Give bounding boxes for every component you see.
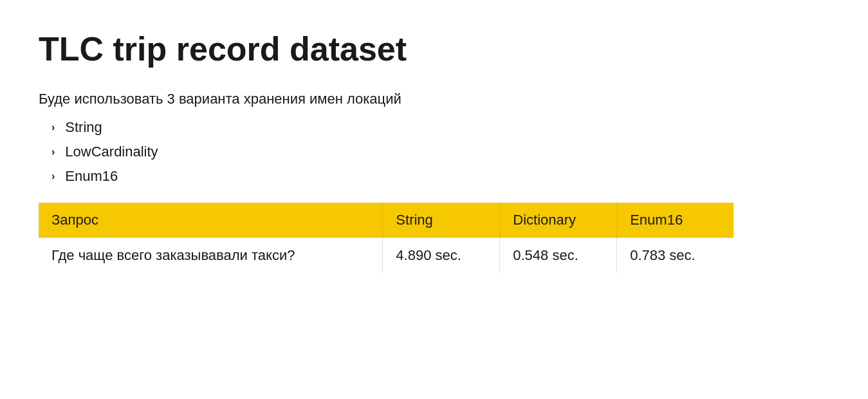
cell-dictionary: 0.548 sec.	[500, 238, 617, 274]
col-header-enum16: Enum16	[617, 203, 734, 238]
list-item-label: String	[65, 119, 102, 136]
list-item: › Enum16	[51, 168, 734, 185]
table-header-row: Запрос String Dictionary Enum16	[39, 203, 734, 238]
chevron-icon: ›	[51, 122, 55, 133]
cell-enum16: 0.783 sec.	[617, 238, 734, 274]
list-item-label: LowCardinality	[65, 144, 158, 160]
chevron-icon: ›	[51, 146, 55, 158]
list-item-label: Enum16	[65, 168, 118, 185]
cell-string: 4.890 sec.	[383, 238, 500, 274]
cell-query: Где чаще всего заказывавали такси?	[39, 238, 383, 274]
subtitle-text: Буде использовать 3 варианта хранения им…	[39, 91, 734, 107]
table-row: Где чаще всего заказывавали такси? 4.890…	[39, 238, 734, 274]
list-item: › String	[51, 119, 734, 136]
col-header-string: String	[383, 203, 500, 238]
col-header-dictionary: Dictionary	[500, 203, 617, 238]
main-container: TLC trip record dataset Буде использоват…	[0, 0, 772, 304]
comparison-table: Запрос String Dictionary Enum16 Где чаще…	[39, 203, 734, 273]
storage-types-list: › String › LowCardinality › Enum16	[51, 119, 734, 185]
list-item: › LowCardinality	[51, 144, 734, 160]
page-title: TLC trip record dataset	[39, 31, 734, 68]
col-header-query: Запрос	[39, 203, 383, 238]
chevron-icon: ›	[51, 171, 55, 182]
